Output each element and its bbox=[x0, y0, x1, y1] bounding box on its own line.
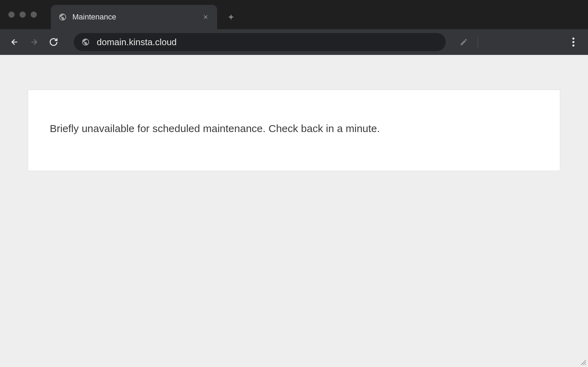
page-content: Briefly unavailable for scheduled mainte… bbox=[0, 55, 588, 367]
new-tab-button[interactable] bbox=[224, 10, 238, 24]
browser-toolbar: domain.kinsta.cloud bbox=[0, 29, 588, 55]
forward-button[interactable] bbox=[26, 34, 42, 50]
svg-point-1 bbox=[572, 41, 574, 43]
resize-handle-icon[interactable] bbox=[580, 359, 587, 366]
toolbar-divider bbox=[478, 37, 478, 47]
back-button[interactable] bbox=[7, 34, 22, 50]
pen-icon[interactable] bbox=[456, 34, 471, 50]
window-controls bbox=[0, 11, 37, 18]
svg-point-2 bbox=[572, 44, 574, 47]
reload-button[interactable] bbox=[46, 34, 61, 50]
tab-close-button[interactable] bbox=[202, 13, 209, 21]
maintenance-message: Briefly unavailable for scheduled mainte… bbox=[50, 121, 538, 136]
toolbar-right bbox=[456, 34, 482, 50]
window-maximize-button[interactable] bbox=[31, 11, 37, 18]
url-input[interactable]: domain.kinsta.cloud bbox=[97, 37, 438, 48]
window-titlebar: Maintenance bbox=[0, 0, 588, 29]
svg-point-0 bbox=[572, 38, 574, 40]
window-minimize-button[interactable] bbox=[19, 11, 26, 18]
site-info-icon[interactable] bbox=[81, 38, 90, 46]
tabs-container: Maintenance bbox=[51, 0, 238, 29]
browser-tab[interactable]: Maintenance bbox=[51, 5, 217, 29]
browser-menu-button[interactable] bbox=[566, 34, 581, 50]
globe-icon bbox=[58, 13, 67, 21]
address-bar[interactable]: domain.kinsta.cloud bbox=[74, 33, 446, 51]
tab-title: Maintenance bbox=[72, 13, 196, 22]
maintenance-card: Briefly unavailable for scheduled mainte… bbox=[28, 90, 560, 171]
window-close-button[interactable] bbox=[8, 11, 15, 18]
